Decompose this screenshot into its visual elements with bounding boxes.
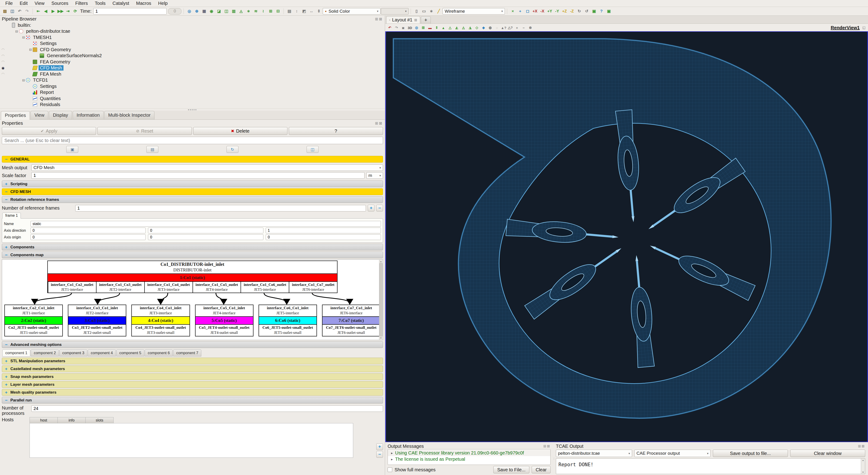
pipeline-item[interactable]: ◠ FEA Mesh [0,71,385,77]
hover-points-icon[interactable]: △? [507,25,514,31]
zoom-to-data-icon[interactable]: ◎ [186,8,193,14]
tcae-stream-combobox[interactable]: CAE Processor output▾ [634,450,711,457]
hosts-table-body[interactable] [30,423,353,458]
hover-cells-icon[interactable]: ▲? [500,25,507,31]
mesh-output-combobox[interactable]: CFD Mesh▾ [31,164,383,171]
pipeline-item[interactable]: Settings [0,83,385,90]
zoom-closest-icon[interactable]: + [517,8,524,14]
section-scripting[interactable]: +Scripting [2,180,383,187]
view-minus-y-icon[interactable]: -Y [554,8,560,14]
parameter-section[interactable]: +Layer mesh parameters [2,381,383,388]
menu-item[interactable]: Sources [48,1,72,6]
render-viewport[interactable] [385,31,868,442]
menu-item[interactable]: Tools [91,1,109,6]
glyph-filter-icon[interactable]: ∗ [245,8,252,14]
copy-properties-icon[interactable]: ▣ [66,146,78,153]
pipeline-item[interactable]: ◠ FEA Geometry [0,59,385,65]
section-rotation-frames[interactable]: −Rotation reference frames [2,196,383,203]
layout-tab-close-icon[interactable]: ⊠ [414,18,417,22]
extract-subset-icon[interactable]: ◬ [238,8,245,14]
contour-filter-icon[interactable]: ◉ [208,8,215,14]
component-tab[interactable]: component 1 [2,349,30,357]
edit-legend-icon[interactable]: ▭ [421,8,427,14]
parameter-section[interactable]: +Snap mesh parameters [2,373,383,380]
paste-properties-icon[interactable]: ▤ [146,146,158,153]
shrink-selection-icon[interactable]: − [521,25,527,31]
tcae-console[interactable]: Report DONE! ▲▼ [556,459,865,474]
panel-splitter[interactable]: ●●●●● [0,108,385,111]
hosts-column-header[interactable]: info [58,417,86,423]
pipeline-item[interactable]: builtin: [0,22,385,28]
separate-color-map-icon[interactable]: ∗ [428,8,435,14]
capture-screenshot-icon[interactable]: ◙ [400,25,406,31]
pipeline-item[interactable]: ⊟ TMESH1 [0,34,385,41]
axis-direction-y-input[interactable] [148,228,263,233]
visibility-eye-icon[interactable]: ◠ [0,47,6,52]
view-minus-x-icon[interactable]: -X [539,8,546,14]
menu-item[interactable]: Help [155,1,171,6]
add-frame-button[interactable]: + [368,205,374,211]
diagram-scrollbar[interactable]: ▲▼ [379,260,382,340]
warp-filter-icon[interactable]: ≀ [260,8,267,14]
save-to-file-button[interactable]: Save to File... [493,466,529,473]
pipeline-item[interactable]: ⊟ TCFD1 [0,77,385,83]
help-icon[interactable]: ? [598,8,605,14]
axis-origin-y-input[interactable] [148,234,263,240]
select-frustum-points-icon[interactable]: ◬ [460,25,467,31]
expander-icon[interactable]: ⊟ [21,78,26,82]
remove-frame-button[interactable]: − [376,205,383,211]
rescale-range-icon[interactable]: ↕ [293,8,300,14]
add-layout-tab[interactable]: + [421,16,431,24]
axis-origin-z-input[interactable] [266,234,381,240]
reset-button[interactable]: ⊘Reset [97,127,192,135]
view-plus-y-icon[interactable]: +Y [546,8,553,14]
hosts-table[interactable]: hostinfoslots [30,417,374,458]
redo-icon[interactable]: ↷ [24,8,30,14]
save-defaults-icon[interactable]: ◫ [307,146,318,153]
inspector-tab[interactable]: View [30,111,48,120]
component-tab[interactable]: component 2 [31,349,59,357]
apply-button[interactable]: ✔Apply [2,127,96,135]
frame-name-input[interactable] [30,221,381,227]
expand-message-icon[interactable]: ▸ [391,457,393,462]
calculator-icon[interactable]: ▦ [200,8,208,14]
remove-host-button[interactable]: − [376,451,383,458]
view-plus-z-icon[interactable]: +Z [561,8,568,14]
frame-tab[interactable]: frame 1 [2,213,21,218]
view-corner-icon[interactable]: ◱ [863,26,866,30]
clip-filter-icon[interactable]: ◪ [215,8,222,14]
view-plus-x-icon[interactable]: +X [531,8,538,14]
parameter-section[interactable]: +Castellated mesh parameters [2,366,383,372]
parameter-section[interactable]: +STL Manipulation parameters [2,358,383,364]
component-tab[interactable]: component 3 [59,349,87,357]
camera-manager-icon[interactable]: ▣ [591,8,597,14]
section-components[interactable]: +Components [2,244,383,250]
menu-item[interactable]: Catalyst [109,1,132,6]
reset-camera-icon[interactable]: × [509,8,516,14]
expander-icon[interactable]: ⊟ [28,48,33,52]
color-by-combobox[interactable]: ● Solid Color▾ [323,8,380,14]
interactive-select-points-icon[interactable]: ◌ [494,25,500,31]
search-input[interactable] [2,137,383,144]
show-color-legend-icon[interactable]: ▯ [413,8,420,14]
menu-item[interactable]: Macros [132,1,155,6]
pipeline-item[interactable]: ◠ GenerateSurfaceNormals2 [0,53,385,59]
play-icon[interactable]: ▶ [50,8,57,14]
axis-direction-x-input[interactable] [30,228,146,233]
frames-count-input[interactable] [75,205,366,211]
inspector-tab[interactable]: Information [73,111,104,120]
messages-list[interactable]: ▸ Using CAE Processor library version 21… [388,449,551,465]
rescale-custom-icon[interactable]: ↔ [308,8,315,14]
section-components-map[interactable]: −Components map [2,251,383,258]
menu-item[interactable]: File [2,1,16,6]
message-row[interactable]: ▸ Using CAE Processor library version 21… [388,450,550,456]
restore-defaults-icon[interactable]: ↻ [226,146,239,153]
select-surface-cells-icon[interactable]: ▲ [440,25,446,31]
zoom-add-icon[interactable]: ⊕ [193,8,200,14]
pipeline-item[interactable]: Residuals [0,102,385,108]
tcae-file-combobox[interactable]: pelton-distributor.tcae▾ [556,450,632,457]
scale-factor-input[interactable] [31,172,365,179]
representation-combobox[interactable]: Wireframe▾ [442,8,505,14]
close-icon[interactable]: ⊠ [379,121,383,125]
visibility-eye-icon[interactable]: ◉ [0,66,6,70]
